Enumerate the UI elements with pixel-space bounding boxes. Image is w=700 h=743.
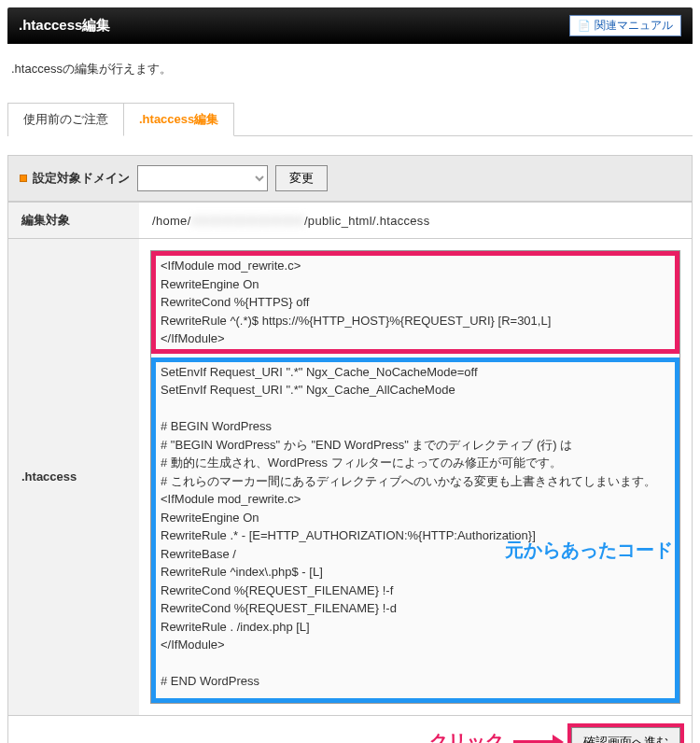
edit-target-path: /home/XXXXXXXXXXXXXX/public_html/.htacce… bbox=[139, 203, 692, 239]
page-title: .htaccess編集 bbox=[19, 17, 110, 35]
original-code-block: SetEnvIf Request_URI ".*" Ngx_Cache_NoCa… bbox=[151, 357, 679, 703]
click-annotation: クリック bbox=[429, 729, 504, 743]
htaccess-textarea[interactable]: <IfModule mod_rewrite.c> RewriteEngine O… bbox=[150, 250, 680, 704]
tab-bar: 使用前のご注意 .htaccess編集 bbox=[7, 102, 693, 136]
htaccess-editor-cell: 挿入したコード <IfModule mod_rewrite.c> Rewrite… bbox=[139, 239, 692, 716]
arrow-right-icon bbox=[511, 733, 564, 744]
content-panel: 設定対象ドメイン 変更 編集対象 /home/XXXXXXXXXXXXXX/pu… bbox=[7, 155, 693, 743]
path-hidden: XXXXXXXXXXXXXX bbox=[191, 214, 304, 228]
htaccess-editor-row: .htaccess 挿入したコード <IfModule mod_rewrite.… bbox=[8, 239, 692, 716]
htaccess-edit-table: 編集対象 /home/XXXXXXXXXXXXXX/public_html/.h… bbox=[8, 202, 692, 716]
path-suffix: /public_html/.htaccess bbox=[304, 214, 430, 228]
edit-target-row: 編集対象 /home/XXXXXXXXXXXXXX/public_html/.h… bbox=[8, 203, 692, 239]
page-header: .htaccess編集 関連マニュアル bbox=[7, 7, 693, 44]
related-manual-button[interactable]: 関連マニュアル bbox=[569, 15, 681, 36]
marker-icon bbox=[20, 175, 27, 182]
inserted-code-block: <IfModule mod_rewrite.c> RewriteEngine O… bbox=[151, 251, 679, 354]
domain-select[interactable] bbox=[137, 165, 268, 191]
manual-button-label: 関連マニュアル bbox=[595, 18, 673, 34]
change-domain-button[interactable]: 変更 bbox=[275, 165, 328, 191]
domain-selection-row: 設定対象ドメイン 変更 bbox=[8, 156, 692, 202]
confirm-button[interactable]: 確認画面へ進む bbox=[571, 727, 680, 744]
button-row: クリック 確認画面へ進む bbox=[8, 716, 692, 744]
path-prefix: /home/ bbox=[152, 214, 191, 228]
domain-label: 設定対象ドメイン bbox=[20, 170, 130, 187]
edit-target-label: 編集対象 bbox=[8, 203, 139, 239]
svg-marker-1 bbox=[553, 735, 564, 744]
tab-precaution[interactable]: 使用前のご注意 bbox=[7, 103, 123, 136]
page-description: .htaccessの編集が行えます。 bbox=[7, 44, 693, 102]
tab-htaccess-editor[interactable]: .htaccess編集 bbox=[123, 103, 234, 136]
htaccess-label: .htaccess bbox=[8, 239, 139, 716]
